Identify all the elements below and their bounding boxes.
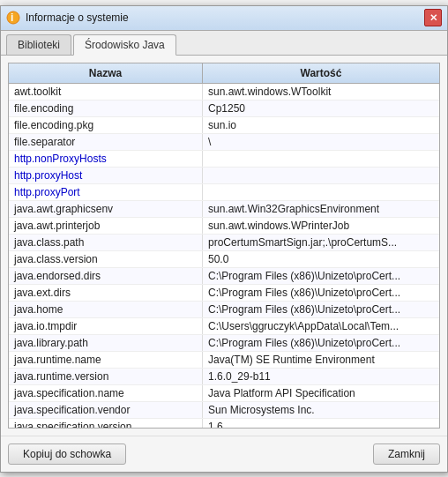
cell-value: proCertumSmartSign.jar;.\proCertumS... [203,235,439,250]
tab-content: Nazwa Wartość awt.toolkitsun.awt.windows… [1,56,447,436]
table-row: java.endorsed.dirsC:\Program Files (x86)… [9,268,439,285]
table-row: file.encodingCp1250 [9,101,439,117]
table-row: file.encoding.pkgsun.io [9,117,439,134]
cell-name: file.encoding [9,101,203,116]
table-row: http.proxyPort [9,184,439,201]
cell-value: C:\Program Files (x86)\Unizeto\proCert..… [203,268,439,284]
cell-name: java.endorsed.dirs [9,268,203,284]
cell-value: \ [203,134,439,150]
cell-name: java.awt.printerjob [9,218,203,234]
column-header-value: Wartość [203,63,439,83]
column-header-name: Nazwa [9,63,203,83]
tab-srodowisko-java[interactable]: Środowisko Java [73,34,176,56]
window-title: Informacje o systemie [26,11,129,24]
main-window: i Informacje o systemie ✕ Biblioteki Śro… [0,5,448,473]
tab-bar: Biblioteki Środowisko Java [1,31,447,56]
table-row: java.runtime.nameJava(TM) SE Runtime Env… [9,352,439,369]
table-row: java.class.pathproCertumSmartSign.jar;.\… [9,235,439,251]
cell-value: Java Platform API Specification [203,385,439,401]
table-body[interactable]: awt.toolkitsun.awt.windows.WToolkitfile.… [9,84,439,428]
close-window-button[interactable]: Zamknij [373,443,440,465]
cell-value: 50.0 [203,251,439,267]
table-row: java.homeC:\Program Files (x86)\Unizeto\… [9,302,439,318]
cell-value: 1.6.0_29-b11 [203,369,439,384]
cell-name: awt.toolkit [9,84,203,100]
cell-name: java.specification.vendor [9,402,203,418]
tab-biblioteki[interactable]: Biblioteki [6,34,71,55]
table-row: awt.toolkitsun.awt.windows.WToolkit [9,84,439,101]
cell-value: Java(TM) SE Runtime Environment [203,352,439,368]
property-table: Nazwa Wartość awt.toolkitsun.awt.windows… [8,63,440,429]
table-row: java.awt.graphicsenvsun.awt.Win32Graphic… [9,201,439,218]
cell-value: 1.6 [203,419,439,428]
cell-name: file.separator [9,134,203,150]
cell-value [203,151,439,167]
cell-value [203,184,439,200]
table-row: java.specification.version1.6 [9,419,439,428]
app-icon: i [6,11,20,25]
table-row: java.specification.vendorSun Microsystem… [9,402,439,419]
table-row: java.specification.nameJava Platform API… [9,385,439,402]
cell-value: C:\Users\ggruczyk\AppData\Local\Tem... [203,318,439,334]
close-button[interactable]: ✕ [424,9,442,26]
cell-value [203,168,439,183]
cell-value: C:\Program Files (x86)\Unizeto\proCert..… [203,285,439,301]
cell-value: sun.io [203,117,439,133]
table-row: java.class.version50.0 [9,251,439,268]
copy-button[interactable]: Kopiuj do schowka [8,443,126,465]
table-row: java.library.pathC:\Program Files (x86)\… [9,335,439,352]
cell-value: sun.awt.Win32GraphicsEnvironment [203,201,439,217]
table-row: http.nonProxyHosts [9,151,439,168]
cell-name: java.io.tmpdir [9,318,203,334]
title-bar: i Informacje o systemie ✕ [1,6,447,31]
table-row: java.awt.printerjobsun.awt.windows.WPrin… [9,218,439,235]
cell-name: java.specification.version [9,419,203,428]
cell-name: java.class.version [9,251,203,267]
cell-value: C:\Program Files (x86)\Unizeto\proCert..… [203,302,439,317]
cell-name: java.runtime.version [9,369,203,384]
cell-name: file.encoding.pkg [9,117,203,133]
cell-value: sun.awt.windows.WToolkit [203,84,439,100]
table-row: file.separator\ [9,134,439,151]
cell-name: http.proxyPort [9,184,203,200]
table-row: java.ext.dirsC:\Program Files (x86)\Uniz… [9,285,439,302]
svg-text:i: i [11,11,13,24]
table-header: Nazwa Wartość [9,63,439,84]
cell-name: http.proxyHost [9,168,203,183]
cell-value: Cp1250 [203,101,439,116]
cell-name: java.specification.name [9,385,203,401]
cell-name: java.ext.dirs [9,285,203,301]
table-row: http.proxyHost [9,168,439,184]
cell-value: Sun Microsystems Inc. [203,402,439,418]
table-row: java.io.tmpdirC:\Users\ggruczyk\AppData\… [9,318,439,335]
title-bar-left: i Informacje o systemie [6,11,129,25]
footer: Kopiuj do schowka Zamknij [1,436,447,472]
cell-name: java.awt.graphicsenv [9,201,203,217]
cell-name: java.library.path [9,335,203,351]
cell-name: java.home [9,302,203,317]
cell-value: sun.awt.windows.WPrinterJob [203,218,439,234]
cell-name: http.nonProxyHosts [9,151,203,167]
table-row: java.runtime.version1.6.0_29-b11 [9,369,439,385]
cell-name: java.class.path [9,235,203,250]
cell-name: java.runtime.name [9,352,203,368]
cell-value: C:\Program Files (x86)\Unizeto\proCert..… [203,335,439,351]
